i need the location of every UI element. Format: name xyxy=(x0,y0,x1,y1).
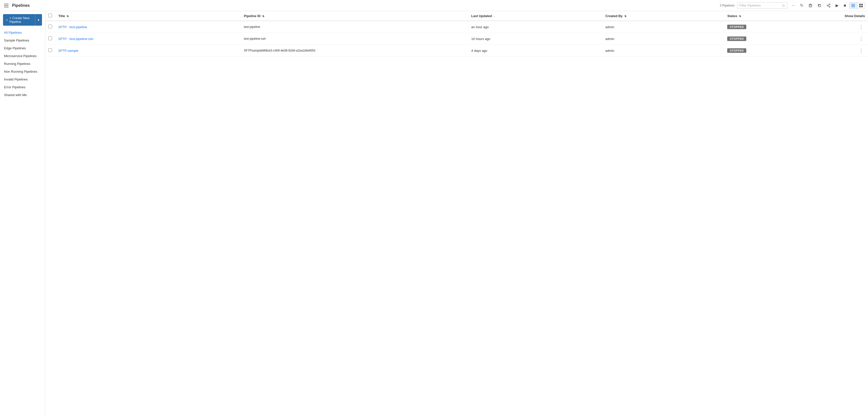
row-actions-1: ⋮ xyxy=(838,33,868,45)
row-pipeline-id-2: SFTPsamplafd88cb3-c409-4e08-92b6-a2ea1b6… xyxy=(241,45,468,57)
row-checkbox-1[interactable] xyxy=(48,36,52,40)
status-badge-2: STOPPED xyxy=(727,48,746,53)
row-checkbox-2[interactable] xyxy=(48,48,52,52)
stop-button[interactable]: ■ xyxy=(842,2,848,9)
status-badge-0: STOPPED xyxy=(727,25,746,29)
list-view-button[interactable] xyxy=(849,2,857,8)
row-checkbox-cell xyxy=(45,45,55,57)
svg-rect-9 xyxy=(851,4,855,4)
row-created-by-0: admin xyxy=(602,21,724,33)
last-updated-sort-icon[interactable]: ↓ xyxy=(494,15,495,18)
svg-point-6 xyxy=(829,6,830,7)
select-all-checkbox[interactable] xyxy=(48,13,52,17)
table-header: Title ⇅ Pipeline ID ⇅ Last Updated ↓ C xyxy=(45,11,868,21)
col-last-updated: Last Updated ↓ xyxy=(468,11,602,21)
col-created-by: Created By ⇅ xyxy=(602,11,724,21)
row-created-by-1: admin xyxy=(602,33,724,45)
pipeline-table: Title ⇅ Pipeline ID ⇅ Last Updated ↓ C xyxy=(45,11,868,57)
pipeline-rows: SFTP - test-pipeline test-pipeline an ho… xyxy=(45,21,868,57)
status-badge-1: STOPPED xyxy=(727,36,746,41)
row-status-1: STOPPED xyxy=(724,33,838,45)
pipeline-link-0[interactable]: SFTP - test-pipeline xyxy=(58,25,87,29)
col-status: Status ⇅ xyxy=(724,11,838,21)
filter-input-wrap: ⊙ xyxy=(737,2,787,9)
row-pipeline-id-0: test-pipeline xyxy=(241,21,468,33)
sidebar-item-sample-pipelines[interactable]: Sample Pipelines xyxy=(0,36,45,44)
layout: + + Create New Pipeline ▾ All PipelinesS… xyxy=(0,11,868,416)
create-button-wrap: + + Create New Pipeline ▾ xyxy=(0,14,45,29)
pipeline-id-sort-icon[interactable]: ⇅ xyxy=(262,15,264,18)
row-last-updated-0: an hour ago xyxy=(468,21,602,33)
row-checkbox-cell xyxy=(45,33,55,45)
topbar: Pipelines 3 Pipelines ⊙ ··· ↻ xyxy=(0,0,868,11)
created-by-sort-icon[interactable]: ⇅ xyxy=(624,15,626,18)
create-pipeline-main[interactable]: + + Create New Pipeline xyxy=(3,14,35,26)
header-checkbox-cell xyxy=(45,11,55,21)
row-checkbox-0[interactable] xyxy=(48,25,52,28)
title-sort-icon[interactable]: ⇅ xyxy=(67,15,69,18)
svg-rect-0 xyxy=(809,4,812,7)
filter-circle-icon: ⊙ xyxy=(782,3,785,7)
svg-rect-10 xyxy=(851,5,855,6)
svg-rect-14 xyxy=(859,6,861,7)
pipeline-link-1[interactable]: SFTP - test-pipeline-ssh xyxy=(58,37,93,41)
grid-view-button[interactable] xyxy=(857,2,865,8)
nav-list: All PipelinesSample PipelinesEdge Pipeli… xyxy=(0,29,45,99)
sidebar-item-error-pipelines[interactable]: Error Pipelines xyxy=(0,83,45,91)
svg-rect-11 xyxy=(851,6,855,7)
share-button[interactable] xyxy=(825,2,833,9)
row-checkbox-cell xyxy=(45,21,55,33)
svg-rect-3 xyxy=(819,5,821,7)
row-actions-2: ⋮ xyxy=(838,45,868,57)
main-content: Title ⇅ Pipeline ID ⇅ Last Updated ↓ C xyxy=(45,11,868,416)
create-pipeline-button[interactable]: + + Create New Pipeline ▾ xyxy=(3,14,42,26)
delete-button[interactable] xyxy=(806,2,814,9)
play-button[interactable]: ▶ xyxy=(834,1,841,9)
sidebar-item-all-pipelines[interactable]: All Pipelines xyxy=(0,29,45,36)
row-title-2: SFTP-sample xyxy=(55,45,241,57)
row-status-2: STOPPED xyxy=(724,45,838,57)
pipeline-link-2[interactable]: SFTP-sample xyxy=(58,49,78,53)
svg-point-5 xyxy=(827,5,828,6)
svg-rect-12 xyxy=(859,4,861,5)
svg-rect-15 xyxy=(861,6,863,7)
page-title: Pipelines xyxy=(12,3,30,8)
sidebar-item-running-pipelines[interactable]: Running Pipelines xyxy=(0,60,45,68)
row-more-button-1[interactable]: ⋮ xyxy=(858,35,865,42)
sidebar-item-edge-pipelines[interactable]: Edge Pipelines xyxy=(0,44,45,52)
create-btn-dropdown-arrow[interactable]: ▾ xyxy=(35,16,42,24)
sidebar-item-shared-with-me[interactable]: Shared with Me xyxy=(0,91,45,99)
duplicate-button[interactable] xyxy=(815,2,824,9)
svg-line-8 xyxy=(828,6,829,6)
row-title-1: SFTP - test-pipeline-ssh xyxy=(55,33,241,45)
row-more-button-2[interactable]: ⋮ xyxy=(858,47,865,54)
hamburger-menu-icon[interactable] xyxy=(3,3,9,8)
pipeline-table-wrap: Title ⇅ Pipeline ID ⇅ Last Updated ↓ C xyxy=(45,11,868,416)
table-row: SFTP - test-pipeline test-pipeline an ho… xyxy=(45,21,868,33)
row-last-updated-2: 4 days ago xyxy=(468,45,602,57)
svg-rect-13 xyxy=(861,4,863,5)
sidebar: + + Create New Pipeline ▾ All PipelinesS… xyxy=(0,11,45,416)
table-row: SFTP-sample SFTPsamplafd88cb3-c409-4e08-… xyxy=(45,45,868,57)
filter-input[interactable] xyxy=(739,3,780,7)
row-status-0: STOPPED xyxy=(724,21,838,33)
row-title-0: SFTP - test-pipeline xyxy=(55,21,241,33)
status-sort-icon[interactable]: ⇅ xyxy=(739,15,741,18)
more-options-button[interactable]: ··· xyxy=(790,2,797,9)
refresh-button[interactable]: ↻ xyxy=(798,1,805,9)
col-pipeline-id: Pipeline ID ⇅ xyxy=(241,11,468,21)
row-pipeline-id-1: test-pipeline-ssh xyxy=(241,33,468,45)
toolbar-actions: ··· ↻ ▶ xyxy=(790,1,865,9)
svg-line-7 xyxy=(828,4,829,5)
sidebar-item-invalid-pipelines[interactable]: Invalid Pipelines xyxy=(0,76,45,83)
view-toggle xyxy=(849,2,865,9)
sidebar-item-microservice-pipelines[interactable]: Microservice Pipelines xyxy=(0,52,45,60)
create-pipeline-label: + Create New Pipeline xyxy=(9,16,32,24)
row-actions-0: ⋮ xyxy=(838,21,868,33)
sidebar-item-non-running-pipelines[interactable]: Non Running Pipelines xyxy=(0,68,45,76)
plus-icon: + xyxy=(6,18,8,22)
col-title: Title ⇅ xyxy=(55,11,241,21)
row-more-button-0[interactable]: ⋮ xyxy=(858,24,865,30)
row-created-by-2: admin xyxy=(602,45,724,57)
row-last-updated-1: 10 hours ago xyxy=(468,33,602,45)
